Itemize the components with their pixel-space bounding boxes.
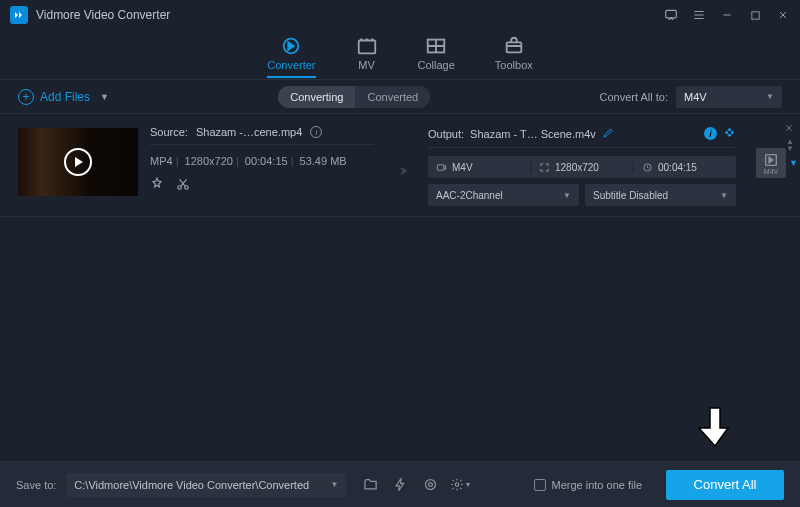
output-filename: Shazam - T… Scene.m4v xyxy=(470,128,596,140)
tab-collage[interactable]: Collage xyxy=(418,35,455,75)
add-files-button[interactable]: + Add Files ▼ xyxy=(18,89,109,105)
svg-rect-8 xyxy=(437,164,443,170)
effects-icon[interactable] xyxy=(150,177,164,194)
mv-icon xyxy=(356,35,378,57)
expand-icon xyxy=(539,162,550,173)
tab-label: Collage xyxy=(418,59,455,71)
app-logo xyxy=(10,6,28,24)
title-bar: Vidmore Video Converter xyxy=(0,0,800,30)
edit-icon[interactable] xyxy=(602,127,614,141)
source-column: Source: Shazam -…cene.mp4 i MP4| 1280x72… xyxy=(150,124,374,206)
meta-duration: 00:04:15 xyxy=(245,155,288,167)
chevron-down-icon: ▼ xyxy=(766,92,774,101)
tab-toolbox[interactable]: Toolbox xyxy=(495,35,533,75)
svg-rect-0 xyxy=(666,10,677,18)
converter-icon xyxy=(280,35,302,57)
chevron-down-icon: ▼ xyxy=(330,480,338,489)
collage-icon xyxy=(425,35,447,57)
svg-rect-3 xyxy=(358,40,375,53)
tab-label: MV xyxy=(358,59,375,71)
close-icon[interactable] xyxy=(776,8,790,22)
source-tools xyxy=(150,177,374,194)
output-label: Output: xyxy=(428,128,464,140)
output-header: Output: Shazam - T… Scene.m4v i xyxy=(428,126,736,148)
tab-label: Toolbox xyxy=(495,59,533,71)
tab-label: Converter xyxy=(267,59,315,71)
output-specs: M4V 1280x720 00:04:15 xyxy=(428,156,736,178)
bottom-bar: Save to: C:\Vidmore\Vidmore Video Conver… xyxy=(0,461,800,507)
convert-all-to: Convert All to: M4V ▼ xyxy=(600,86,782,108)
source-label: Source: xyxy=(150,126,188,138)
svg-rect-5 xyxy=(506,42,521,52)
format-thumb-label: M4V xyxy=(764,168,778,175)
cut-icon[interactable] xyxy=(176,177,190,194)
convert-all-to-select[interactable]: M4V ▼ xyxy=(676,86,782,108)
video-thumbnail[interactable] xyxy=(18,128,138,196)
save-path-select[interactable]: C:\Vidmore\Vidmore Video Converter\Conve… xyxy=(66,473,346,497)
meta-size: 53.49 MB xyxy=(300,155,347,167)
convert-all-to-value: M4V xyxy=(684,91,707,103)
bottom-icons: ▾ xyxy=(360,475,470,495)
conversion-state-segment: Converting Converted xyxy=(278,86,430,108)
chevron-down-icon[interactable]: ▼ xyxy=(100,92,109,102)
output-selects: AAC-2Channel ▼ Subtitle Disabled ▼ xyxy=(428,184,736,206)
toolbox-icon xyxy=(503,35,525,57)
checkbox-icon xyxy=(534,479,546,491)
subtitle-select[interactable]: Subtitle Disabled ▼ xyxy=(585,184,736,206)
output-resolution: 1280x720 xyxy=(555,162,599,173)
play-icon xyxy=(64,148,92,176)
menu-icon[interactable] xyxy=(692,8,706,22)
output-format: M4V xyxy=(452,162,473,173)
save-to-label: Save to: xyxy=(16,479,56,491)
clock-icon xyxy=(642,162,653,173)
remove-item-icon[interactable] xyxy=(784,122,794,136)
meta-resolution: 1280x720 xyxy=(185,155,233,167)
info-icon[interactable]: i xyxy=(704,127,717,140)
save-path-value: C:\Vidmore\Vidmore Video Converter\Conve… xyxy=(74,479,309,491)
info-icon[interactable]: i xyxy=(310,126,322,138)
maximize-icon[interactable] xyxy=(748,8,762,22)
convert-all-to-label: Convert All to: xyxy=(600,91,668,103)
segment-converting[interactable]: Converting xyxy=(278,86,355,108)
hw-accel-icon[interactable] xyxy=(390,475,410,495)
reorder-handle[interactable]: ▲▼ xyxy=(786,138,794,152)
open-folder-icon[interactable] xyxy=(360,475,380,495)
merge-checkbox[interactable]: Merge into one file xyxy=(534,479,643,491)
svg-point-11 xyxy=(425,480,435,490)
tab-mv[interactable]: MV xyxy=(356,35,378,75)
file-item: Source: Shazam -…cene.mp4 i MP4| 1280x72… xyxy=(0,114,800,217)
app-title: Vidmore Video Converter xyxy=(36,8,664,22)
source-header: Source: Shazam -…cene.mp4 i xyxy=(150,126,374,145)
svg-point-12 xyxy=(428,483,432,487)
chevron-down-icon[interactable]: ▼ xyxy=(789,158,798,168)
tab-converter[interactable]: Converter xyxy=(267,35,315,75)
svg-point-13 xyxy=(456,483,460,487)
plus-icon: + xyxy=(18,89,34,105)
settings-icon[interactable]: ▾ xyxy=(450,475,470,495)
main-tabs: Converter MV Collage Toolbox xyxy=(0,30,800,80)
arrow-icon xyxy=(386,136,416,206)
chevron-down-icon: ▼ xyxy=(563,191,571,200)
compress-icon[interactable] xyxy=(723,126,736,141)
add-files-label: Add Files xyxy=(40,90,90,104)
feedback-icon[interactable] xyxy=(664,8,678,22)
tutorial-arrow-icon xyxy=(698,406,732,451)
convert-all-button[interactable]: Convert All xyxy=(666,470,784,500)
svg-rect-1 xyxy=(751,11,758,18)
subtitle-select-value: Subtitle Disabled xyxy=(593,190,668,201)
minimize-icon[interactable] xyxy=(720,8,734,22)
output-column: Output: Shazam - T… Scene.m4v i M4V 1280… xyxy=(428,124,736,206)
source-filename: Shazam -…cene.mp4 xyxy=(196,126,302,138)
audio-select[interactable]: AAC-2Channel ▼ xyxy=(428,184,579,206)
output-format-button[interactable]: M4V ▼ xyxy=(756,148,786,178)
meta-format: MP4 xyxy=(150,155,173,167)
window-controls xyxy=(664,8,790,22)
chevron-down-icon: ▼ xyxy=(720,191,728,200)
output-duration: 00:04:15 xyxy=(658,162,697,173)
video-icon xyxy=(436,162,447,173)
high-speed-icon[interactable] xyxy=(420,475,440,495)
merge-label: Merge into one file xyxy=(552,479,643,491)
source-meta: MP4| 1280x720| 00:04:15| 53.49 MB xyxy=(150,155,374,167)
toolbar: + Add Files ▼ Converting Converted Conve… xyxy=(0,80,800,114)
segment-converted[interactable]: Converted xyxy=(355,86,430,108)
